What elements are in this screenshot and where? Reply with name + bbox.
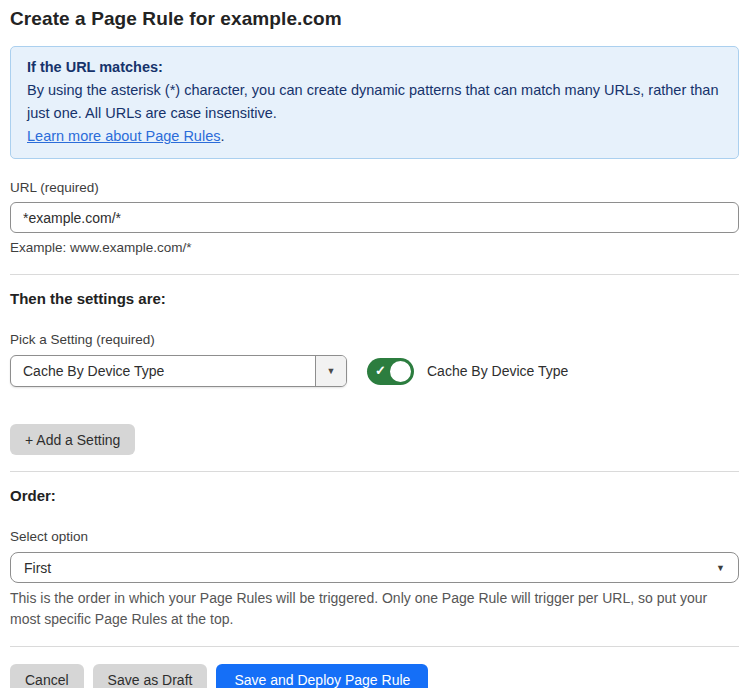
save-and-deploy-button[interactable]: Save and Deploy Page Rule — [216, 664, 428, 688]
create-page-rule-panel: Create a Page Rule for example.com If th… — [0, 0, 750, 688]
order-select-value: First — [24, 560, 716, 576]
toggle-knob — [388, 359, 413, 384]
setting-toggle[interactable]: ✓ — [367, 358, 414, 385]
divider — [10, 646, 739, 647]
url-field-label: URL (required) — [10, 180, 739, 195]
setting-toggle-label: Cache By Device Type — [427, 363, 568, 379]
link-period: . — [220, 128, 224, 144]
settings-section-heading: Then the settings are: — [10, 290, 739, 307]
footer-actions: Cancel Save as Draft Save and Deploy Pag… — [10, 664, 739, 688]
info-box-heading: If the URL matches: — [27, 56, 722, 79]
setting-select-value: Cache By Device Type — [11, 356, 315, 386]
add-setting-button[interactable]: + Add a Setting — [10, 424, 135, 455]
url-input[interactable] — [10, 202, 739, 233]
pick-setting-label: Pick a Setting (required) — [10, 332, 739, 347]
setting-row: Cache By Device Type ▼ ✓ Cache By Device… — [10, 355, 739, 387]
info-box-link-line: Learn more about Page Rules. — [27, 125, 722, 148]
url-match-info-box: If the URL matches: By using the asteris… — [10, 46, 739, 159]
cancel-button[interactable]: Cancel — [10, 664, 84, 688]
order-helper-text: This is the order in which your Page Rul… — [10, 588, 739, 630]
setting-select-arrow-button[interactable]: ▼ — [315, 356, 346, 386]
url-helper-text: Example: www.example.com/* — [10, 240, 739, 255]
save-as-draft-button[interactable]: Save as Draft — [93, 664, 208, 688]
order-section-heading: Order: — [10, 487, 739, 504]
chevron-down-icon: ▼ — [716, 563, 725, 573]
setting-select[interactable]: Cache By Device Type ▼ — [10, 355, 347, 387]
divider — [10, 471, 739, 472]
order-select-label: Select option — [10, 529, 739, 544]
info-box-body: By using the asterisk (*) character, you… — [27, 79, 722, 125]
check-icon: ✓ — [375, 364, 386, 377]
chevron-down-icon: ▼ — [327, 366, 336, 376]
divider — [10, 274, 739, 275]
page-title: Create a Page Rule for example.com — [10, 8, 739, 30]
learn-more-link[interactable]: Learn more about Page Rules — [27, 128, 220, 144]
order-select[interactable]: First ▼ — [10, 552, 739, 583]
